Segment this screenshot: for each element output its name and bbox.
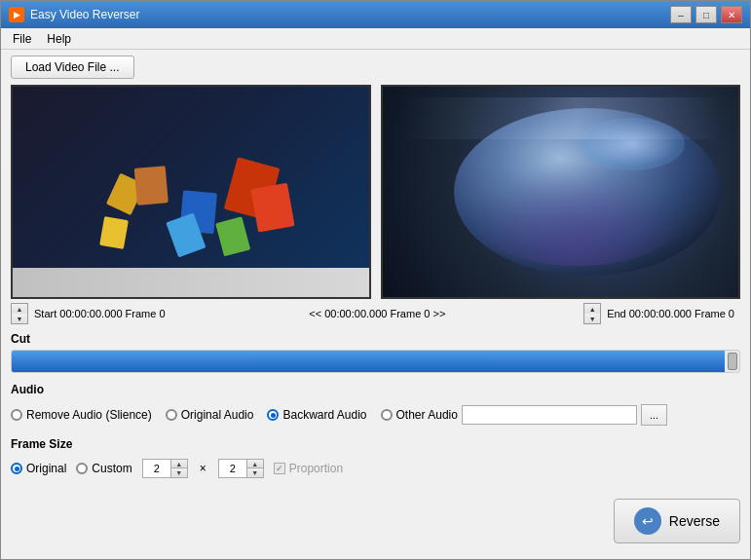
width-input[interactable] (143, 460, 170, 477)
left-video-thumbnail (13, 87, 369, 297)
cut-label: Cut (1, 328, 750, 348)
audio-backward-option[interactable]: Backward Audio (267, 408, 366, 422)
width-down-arrow[interactable]: ▼ (171, 468, 187, 477)
cut-fill (12, 351, 725, 372)
width-input-group[interactable]: ▲ ▼ (142, 459, 188, 478)
title-bar-left: ▶ Easy Video Reverser (9, 7, 140, 22)
title-bar: ▶ Easy Video Reverser – □ ✕ (1, 1, 750, 28)
left-video-panel (11, 85, 371, 299)
original-size-option[interactable]: Original (11, 462, 66, 475)
original-size-dot (15, 467, 19, 471)
audio-remove-radio[interactable] (11, 409, 22, 421)
audio-options-row: Remove Audio (Slience) Original Audio Ba… (11, 400, 740, 429)
end-spin-up[interactable]: ▲ (584, 304, 600, 314)
cut-slider-container (1, 348, 750, 379)
audio-original-label: Original Audio (181, 408, 254, 422)
app-icon: ▶ (9, 7, 24, 22)
menu-bar: File Help (1, 28, 750, 50)
load-video-button[interactable]: Load Video File ... (11, 56, 134, 79)
cut-handle[interactable] (728, 353, 737, 370)
reverse-icon: ↩ (634, 507, 661, 535)
audio-original-radio[interactable] (166, 409, 177, 421)
width-up-arrow[interactable]: ▲ (171, 460, 187, 468)
right-video-panel (381, 85, 741, 299)
middle-timecode: << 00:00:00.000 Frame 0 >> (171, 308, 584, 319)
width-spin-arrows: ▲ ▼ (170, 460, 187, 477)
right-video-thumbnail (383, 87, 739, 297)
audio-other-row: Other Audio ... (381, 404, 668, 426)
audio-remove-label: Remove Audio (Slience) (26, 408, 152, 422)
audio-section: Remove Audio (Slience) Original Audio Ba… (1, 398, 750, 433)
menu-help[interactable]: Help (39, 30, 79, 48)
reverse-button[interactable]: ↩ Reverse (614, 499, 740, 543)
end-spin-down[interactable]: ▼ (584, 314, 600, 323)
minimize-button[interactable]: – (670, 6, 692, 23)
custom-size-radio[interactable] (76, 463, 88, 474)
audio-remove-option[interactable]: Remove Audio (Slience) (11, 408, 152, 422)
audio-other-option[interactable]: Other Audio (381, 408, 458, 422)
custom-size-label: Custom (92, 462, 131, 475)
cut-track[interactable] (11, 350, 740, 373)
proportion-label: Proportion (289, 462, 343, 475)
audio-other-input[interactable] (462, 405, 637, 425)
original-size-radio[interactable] (11, 463, 22, 474)
video-area (1, 85, 750, 299)
window-title: Easy Video Reverser (30, 8, 140, 21)
height-spin-arrows: ▲ ▼ (246, 460, 263, 477)
audio-other-label: Other Audio (396, 408, 458, 422)
frame-size-section: Original Custom ▲ ▼ × ▲ ▼ (1, 453, 750, 486)
audio-backward-label: Backward Audio (282, 408, 366, 422)
proportion-check[interactable]: ✓ Proportion (274, 462, 343, 475)
start-timecode: Start 00:00:00.000 Frame 0 (28, 308, 171, 319)
menu-file[interactable]: File (5, 30, 39, 48)
dimension-separator: × (198, 462, 208, 475)
height-input[interactable] (219, 460, 246, 477)
audio-browse-button[interactable]: ... (641, 404, 667, 426)
maximize-button[interactable]: □ (695, 6, 717, 23)
end-spin[interactable]: ▲ ▼ (583, 303, 601, 324)
audio-backward-radio[interactable] (267, 409, 279, 421)
blocks-scene (13, 87, 369, 297)
main-window: ▶ Easy Video Reverser – □ ✕ File Help Lo… (0, 0, 751, 560)
frame-size-row: Original Custom ▲ ▼ × ▲ ▼ (11, 455, 740, 482)
audio-backward-dot (271, 413, 276, 418)
custom-size-option[interactable]: Custom (76, 462, 131, 475)
frame-size-label: Frame Size (1, 433, 750, 453)
audio-other-radio[interactable] (381, 409, 393, 421)
timeline-row: ▲ ▼ Start 00:00:00.000 Frame 0 << 00:00:… (1, 299, 750, 328)
bottom-row: ↩ Reverse (1, 486, 750, 559)
audio-original-option[interactable]: Original Audio (166, 408, 254, 422)
start-spin-down[interactable]: ▼ (12, 314, 27, 323)
height-input-group[interactable]: ▲ ▼ (218, 459, 264, 478)
start-spin-up[interactable]: ▲ (12, 304, 27, 314)
reverse-label: Reverse (669, 513, 720, 529)
title-controls: – □ ✕ (670, 6, 742, 23)
start-spin[interactable]: ▲ ▼ (11, 303, 28, 324)
toolbar: Load Video File ... (1, 50, 750, 85)
end-timecode: End 00:00:00.000 Frame 0 (601, 308, 740, 319)
height-up-arrow[interactable]: ▲ (247, 460, 263, 468)
height-down-arrow[interactable]: ▼ (247, 468, 263, 477)
audio-label: Audio (1, 379, 750, 398)
close-button[interactable]: ✕ (721, 6, 742, 23)
proportion-checkbox[interactable]: ✓ (274, 463, 285, 474)
original-size-label: Original (26, 462, 66, 475)
